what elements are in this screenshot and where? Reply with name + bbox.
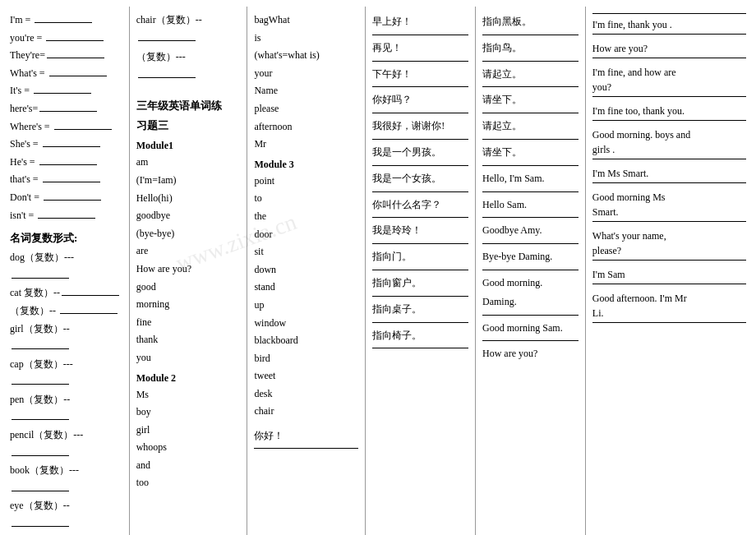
col6-text10: Good afternoon. I'm Mr	[592, 291, 746, 306]
line-shes: She's =	[10, 136, 122, 154]
word-blackboard: blackboard	[254, 332, 358, 350]
word-fine: fine	[136, 314, 241, 332]
line-its: It's =	[10, 82, 122, 100]
phrase-hello-sam: Hello, I'm Sam.	[482, 168, 579, 189]
col5-blank7	[482, 191, 579, 192]
col6-text6: I'm Ms Smart.	[592, 166, 746, 181]
word-you: you	[136, 349, 241, 367]
column-4: 早上好！ 再见！ 下午好！ 你好吗？ 我很好，谢谢你! 我是一个男孩。 我是一个…	[366, 7, 476, 535]
exercise-title2: 习题三	[136, 118, 241, 133]
col6-blank7	[592, 221, 746, 222]
col6-item6: I'm Ms Smart.	[592, 166, 746, 187]
phrase-zhichuanghu: 指向窗户。	[372, 273, 468, 293]
col6-item8: What's your name, please?	[592, 228, 746, 264]
blank13	[372, 348, 468, 348]
noun-blank1: （复数）--	[10, 302, 122, 321]
col5-blank10	[482, 270, 579, 270]
noun-plural-list: dog（复数）--- cat 复数）-- （复数）-- girl（复数）-- c…	[10, 249, 122, 535]
phrase-morning-daming: Good morning. Daming.	[482, 273, 579, 312]
col3-top-words: bagWhat is (what's=what is) your Name pl…	[254, 12, 358, 154]
phrase-qingzuoxia2: 请坐下。	[482, 142, 579, 163]
phrase-zaijian: 再见！	[372, 38, 468, 58]
col5-blank9	[482, 243, 579, 244]
word-good: good	[136, 279, 241, 297]
phrase-zhiniao: 指向鸟。	[482, 38, 579, 58]
word-mr: Mr	[254, 136, 358, 154]
col6-blank4	[592, 120, 746, 121]
col6-blank5	[592, 159, 746, 159]
col3-blank-line	[254, 448, 358, 449]
module2-words: Ms boy girl whoops and too	[136, 386, 241, 493]
word-byebye: (bye-bye)	[136, 225, 241, 243]
blank9	[372, 243, 468, 244]
blank5	[372, 139, 468, 140]
module1-words: am (I'm=Iam) Hello(hi) goodbye (bye-bye)…	[136, 154, 241, 367]
col6-blank2	[592, 58, 746, 58]
col5-blank12	[482, 340, 579, 341]
word-your: your	[254, 65, 358, 83]
exercise-title: 三年级英语单词练	[136, 99, 241, 113]
noun-cap: cap（复数）---	[10, 356, 122, 391]
col6-text4: I'm fine too, thank you.	[592, 104, 746, 118]
col6-text5: Good morning. boys and	[592, 127, 746, 142]
blank6	[372, 165, 468, 166]
line-heres: here's=	[10, 100, 122, 118]
word-chair: chair	[254, 403, 358, 421]
module3-words: point to the door sit down stand up wind…	[254, 173, 358, 421]
col6-text8b: please?	[592, 243, 746, 258]
col6-blank9	[592, 284, 746, 284]
blank4	[372, 113, 468, 113]
noun-pencil: pencil（复数）---	[10, 427, 122, 462]
word-up: up	[254, 297, 358, 315]
word-boy: boy	[136, 404, 241, 422]
blank7	[372, 191, 468, 192]
blank11	[372, 296, 468, 297]
word-to: to	[254, 190, 358, 208]
phrase-byebye-daming: Bye-bye Daming.	[482, 247, 579, 267]
line-whats: What's =	[10, 65, 122, 83]
phrase-nihao-ma: 你好吗？	[372, 90, 468, 110]
col6-blank6	[592, 182, 746, 183]
word-am: am	[136, 154, 241, 172]
column-5: 指向黑板。 指向鸟。 请起立。 请坐下。 请起立。 请坐下。 Hello, I'…	[476, 7, 586, 535]
col6-item4: I'm fine too, thank you.	[592, 104, 746, 124]
col5-blank3	[482, 86, 579, 87]
phrase-xiawuhao: 下午好！	[372, 64, 468, 85]
word-tweet: tweet	[254, 367, 358, 385]
noun-dog: dog（复数）---	[10, 249, 122, 284]
word-sit: sit	[254, 243, 358, 261]
col6-item7: Good morning Ms Smart.	[592, 190, 746, 225]
word-window: window	[254, 315, 358, 333]
line-youre: you're =	[10, 30, 122, 48]
col6-text1: I'm fine, thank you .	[592, 17, 746, 32]
phrase-zhizhuozi: 指向桌子。	[372, 299, 468, 320]
col6-item3: I'm fine, and how are you?	[592, 65, 746, 100]
word-whats-eq: (what's=what is)	[254, 47, 358, 65]
phrase-nanhai: 我是一个男孩。	[372, 142, 468, 163]
word-please: please	[254, 100, 358, 118]
phrase-mingzi: 你叫什么名字？	[372, 195, 468, 215]
phrase-qingqili2: 请起立。	[482, 116, 579, 136]
col5-blank1	[482, 35, 579, 35]
col2-blank: （复数）---	[136, 48, 241, 84]
line-theyre: They're=	[10, 47, 122, 65]
word-morning: morning	[136, 296, 241, 314]
phrase-zhiboard: 指向黑板。	[482, 12, 579, 32]
col6-blank3	[592, 96, 746, 97]
module3-title: Module 3	[254, 159, 358, 171]
word-afternoon: afternoon	[254, 118, 358, 136]
word-bag: bagWhat	[254, 12, 358, 30]
col6-blank1	[592, 13, 746, 14]
word-and: and	[136, 457, 241, 475]
noun-book: book（复数）---	[10, 462, 122, 497]
col5-blank5	[482, 139, 579, 140]
word-are: are	[136, 242, 241, 261]
line-isnt: isn't =	[10, 207, 122, 225]
col6-blank1b	[592, 34, 746, 35]
word-goodbye: goodbye	[136, 207, 241, 225]
phrase-zhiyizi: 指向椅子。	[372, 325, 468, 346]
word-door: door	[254, 226, 358, 244]
col6-blank10	[592, 322, 746, 323]
blank3	[372, 86, 468, 87]
col1-contractions: I'm = you're = They're= What's = It's = …	[10, 12, 122, 224]
